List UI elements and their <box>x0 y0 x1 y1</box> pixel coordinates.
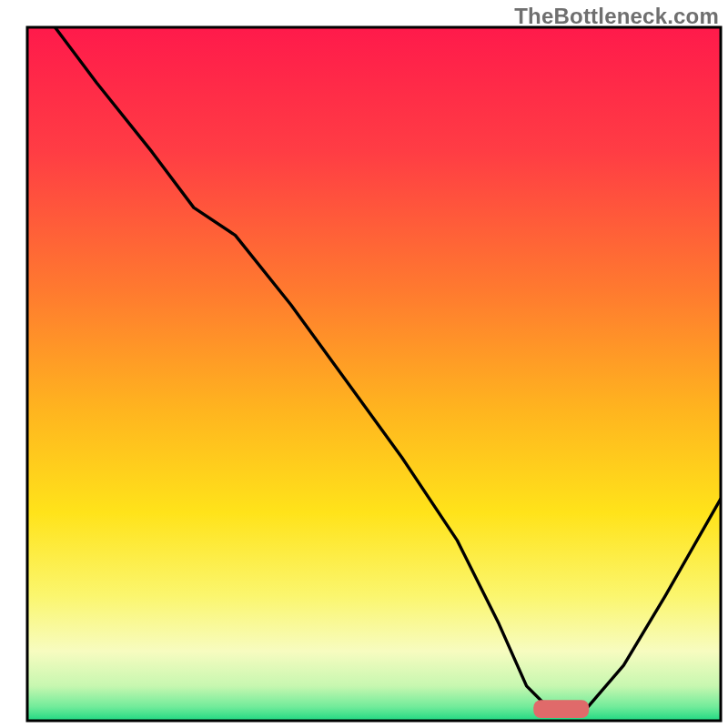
plot-background <box>27 27 721 721</box>
optimal-marker <box>533 700 589 718</box>
chart-stage: TheBottleneck.com <box>0 0 728 728</box>
bottleneck-chart <box>0 0 728 728</box>
